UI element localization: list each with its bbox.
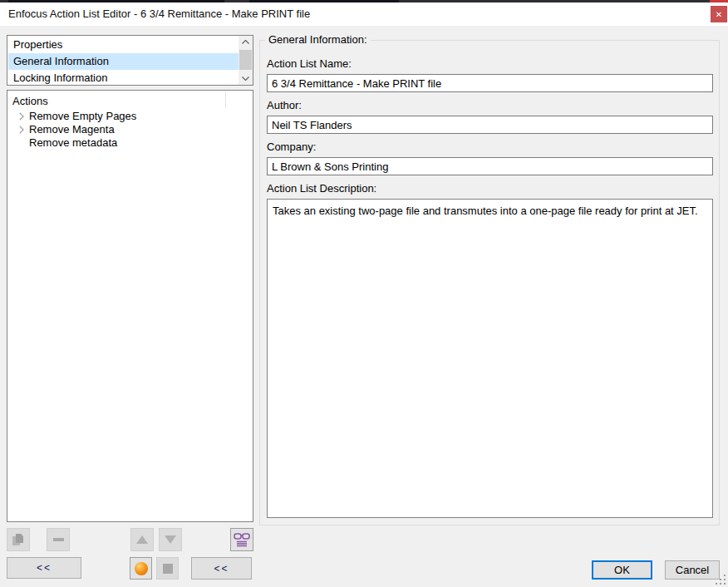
cancel-label: Cancel [676,564,709,576]
company-label: Company: [267,141,316,153]
stop-icon [163,564,173,574]
expand-chevron-icon[interactable] [16,126,27,134]
chevron-up-icon [242,40,249,44]
title-bar: Enfocus Action List Editor - 6 3/4 Remit… [0,2,728,26]
expand-chevron-icon[interactable] [16,112,27,121]
collapse-right-button[interactable]: << [191,557,252,580]
new-action-icon [12,534,24,545]
action-list-name-input[interactable] [267,74,713,92]
author-input[interactable] [267,116,713,134]
show-details-button[interactable] [230,528,253,551]
window-title: Enfocus Action List Editor - 6 3/4 Remit… [8,7,310,20]
close-icon: ✕ [716,10,722,19]
column-divider [225,91,226,108]
move-up-icon [136,535,148,544]
chevron-down-icon [242,76,249,81]
action-row-remove-empty-pages[interactable]: Remove Empty Pages [7,109,253,123]
actions-panel: Actions Remove Empty Pages Remove Magent… [7,90,253,522]
action-row-remove-metadata[interactable]: Remove metadata [7,136,253,150]
properties-rows: Properties General Information Locking I… [8,37,239,84]
action-label[interactable]: Remove Empty Pages [29,110,136,122]
stop-button[interactable] [156,557,179,580]
list-item-general-information[interactable]: General Information [8,53,239,70]
collapse-right-label: << [214,563,229,575]
ok-button[interactable]: OK [592,560,652,580]
record-icon [135,562,148,575]
close-button[interactable]: ✕ [711,6,727,22]
scroll-down-button[interactable] [239,72,253,85]
record-button[interactable] [130,557,152,580]
new-action-button[interactable] [7,528,30,551]
scrollbar-thumb[interactable] [239,50,252,70]
list-item-locking-information[interactable]: Locking Information [8,70,239,84]
description-textarea[interactable]: Takes an existing two-page file and tran… [267,199,713,518]
properties-listbox: Properties General Information Locking I… [7,35,253,86]
collapse-left-label: << [37,562,52,574]
move-down-button[interactable] [159,528,182,551]
author-label: Author: [267,99,302,111]
list-item-properties[interactable]: Properties [8,37,239,53]
action-list-name-label: Action List Name: [267,57,352,70]
action-label[interactable]: Remove metadata [29,136,117,149]
remove-action-icon [53,538,64,541]
general-information-group: General Information: Action List Name: A… [259,40,720,525]
resize-grip[interactable] [715,574,726,585]
company-input[interactable] [267,157,713,175]
action-row-remove-magenta[interactable]: Remove Magenta [7,122,253,136]
cancel-button[interactable]: Cancel [665,560,720,580]
action-label[interactable]: Remove Magenta [29,123,115,136]
description-label: Action List Description: [267,182,376,195]
properties-scrollbar[interactable] [239,36,253,85]
collapse-left-button[interactable]: << [7,557,81,579]
move-up-button[interactable] [130,528,154,551]
scroll-up-button[interactable] [239,36,253,48]
move-down-icon [165,535,176,544]
actions-header: Actions [12,94,48,109]
glasses-icon [234,532,250,547]
remove-action-button[interactable] [47,528,70,551]
ok-label: OK [614,564,630,576]
group-title: General Information: [265,33,371,46]
